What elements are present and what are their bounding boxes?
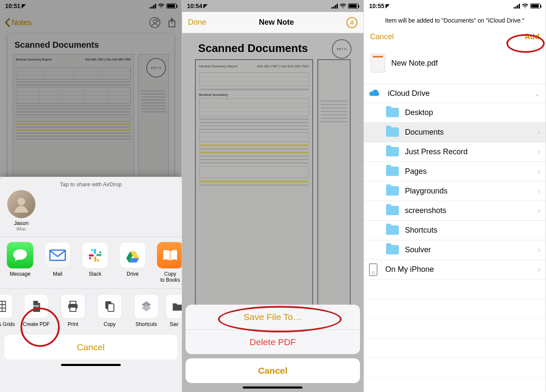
svg-text:PDF: PDF	[33, 305, 40, 308]
file-thumbnail-icon	[371, 54, 385, 72]
copy-icon	[97, 294, 122, 319]
share-app-books[interactable]: Copy to Books	[153, 242, 182, 283]
signal-icon	[514, 4, 520, 9]
svg-rect-12	[89, 254, 94, 257]
folder-just-press-record[interactable]: Just Press Record ›	[364, 142, 546, 162]
folder-icon	[386, 167, 399, 176]
signal-icon	[331, 4, 338, 9]
svg-rect-8	[96, 254, 102, 256]
chevron-down-icon: ⌄	[534, 89, 540, 98]
status-bar: 10:54 ◤	[182, 0, 364, 12]
svg-point-4	[17, 198, 25, 205]
avatar	[7, 190, 35, 218]
share-app-slack[interactable]: Slack	[78, 242, 113, 283]
pdf-icon: PDF	[24, 294, 49, 319]
home-indicator	[61, 364, 121, 366]
airdrop-contact[interactable]: Jason iMac	[5, 190, 38, 231]
cancel-button[interactable]: Cancel	[4, 335, 177, 360]
svg-point-13	[89, 257, 91, 259]
drive-icon	[119, 242, 146, 268]
action-shortcuts[interactable]: Shortcuts	[129, 294, 164, 327]
books-icon	[157, 242, 182, 268]
folder-pages[interactable]: Pages ›	[364, 162, 546, 182]
chevron-right-icon: ›	[538, 147, 540, 156]
action-copy[interactable]: Copy	[92, 294, 127, 327]
nav-title: New Note	[206, 18, 347, 27]
panel-pdf-options: 10:54 ◤ Done New Note A Scanned Document…	[182, 0, 364, 392]
folder-soulver[interactable]: Soulver ›	[364, 240, 546, 260]
svg-rect-10	[94, 257, 96, 262]
status-bar: 10:55 ◤	[364, 0, 546, 12]
picker-message: Item will be added to "Documents" on "iC…	[364, 12, 546, 28]
panel-files-picker: 10:55 ◤ Item will be added to "Documents…	[364, 0, 546, 392]
chevron-right-icon: ›	[538, 206, 540, 215]
print-icon	[61, 294, 85, 319]
location-on-my-iphone[interactable]: On My iPhone ›	[364, 260, 546, 280]
folder-icon	[386, 147, 399, 156]
folder-icon	[386, 206, 399, 215]
markup-icon[interactable]: A	[346, 17, 357, 28]
airdrop-label: Tap to share with AirDrop	[0, 177, 182, 190]
file-name: New Note.pdf	[391, 59, 438, 68]
cancel-button[interactable]: Cancel	[370, 32, 394, 41]
folder-icon	[386, 186, 399, 196]
chevron-right-icon: ›	[538, 167, 540, 176]
action-sheet: Save File To… Delete PDF Cancel	[186, 305, 360, 389]
share-apps-row: Message Mail Slack	[0, 239, 182, 287]
action-create-pdf[interactable]: PDF Create PDF	[19, 294, 54, 327]
svg-rect-19	[108, 304, 114, 311]
message-icon	[7, 242, 33, 268]
svg-point-7	[91, 249, 93, 251]
airdrop-name: Jason	[5, 220, 38, 226]
action-save-to-files[interactable]: Sav	[166, 294, 182, 327]
svg-point-11	[97, 259, 99, 262]
iphone-icon	[369, 263, 378, 276]
delete-pdf-button[interactable]: Delete PDF	[186, 329, 360, 354]
home-indicator	[243, 386, 302, 389]
icloud-icon	[369, 88, 382, 98]
share-sheet: Tap to share with AirDrop Jason iMac Mes…	[0, 177, 182, 392]
slack-icon	[82, 242, 108, 268]
share-app-drive[interactable]: Drive	[115, 242, 150, 283]
wifi-icon	[340, 3, 346, 9]
airdrop-device: iMac	[5, 226, 38, 231]
location-icloud-drive[interactable]: iCloud Drive ⌄	[364, 84, 546, 103]
shortcuts-icon	[134, 294, 159, 319]
folder-playgrounds[interactable]: Playgrounds ›	[364, 182, 546, 201]
folder-icon	[386, 225, 399, 235]
folder-desktop[interactable]: Desktop	[364, 103, 546, 123]
status-time: 10:54	[187, 3, 203, 9]
mail-icon	[44, 242, 71, 268]
pdf-navbar: Done New Note A	[182, 12, 364, 33]
chevron-right-icon: ›	[538, 265, 540, 274]
svg-rect-15	[70, 301, 76, 304]
action-grids[interactable]: & Grids	[0, 294, 17, 327]
action-print[interactable]: Print	[55, 294, 90, 327]
grid-icon	[0, 294, 13, 319]
status-time: 10:55	[369, 3, 384, 9]
folder-screenshots[interactable]: screenshots ›	[364, 201, 546, 221]
location-icon: ◤	[386, 3, 389, 9]
share-app-message[interactable]: Message	[3, 242, 38, 283]
share-app-mail[interactable]: Mail	[40, 242, 75, 283]
actions-row: & Grids PDF Create PDF Print Copy	[0, 291, 182, 331]
folder-icon	[166, 294, 182, 319]
chevron-right-icon: ›	[538, 245, 540, 254]
svg-point-9	[99, 251, 102, 254]
folder-documents[interactable]: Documents ›	[364, 123, 546, 142]
dim-overlay	[0, 0, 182, 177]
add-button[interactable]: Add	[525, 32, 540, 41]
done-button[interactable]: Done	[188, 18, 206, 27]
folder-shortcuts[interactable]: Shortcuts	[364, 221, 546, 240]
folder-icon	[386, 127, 399, 137]
cancel-button[interactable]: Cancel	[186, 358, 360, 383]
folder-list: iCloud Drive ⌄ Desktop Documents › Just …	[364, 84, 546, 280]
file-to-save: New Note.pdf	[364, 45, 546, 84]
battery-icon	[530, 3, 540, 9]
svg-rect-6	[94, 249, 96, 254]
picker-nav: Cancel Add	[364, 28, 546, 45]
save-file-to-button[interactable]: Save File To…	[186, 305, 360, 329]
svg-rect-5	[50, 250, 65, 260]
chevron-right-icon: ›	[538, 187, 540, 196]
folder-icon	[386, 245, 399, 254]
